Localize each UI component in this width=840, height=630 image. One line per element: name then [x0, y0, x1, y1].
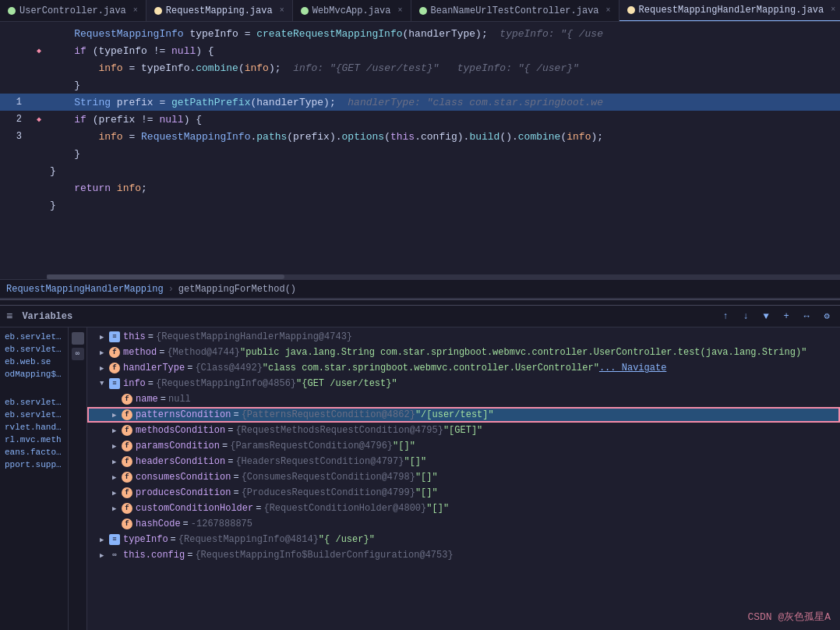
- var-row-headerscondition[interactable]: ▶ f headersCondition = {HeadersRequestCo…: [87, 454, 840, 469]
- code-line-7: 3 info = RequestMappingInfo.paths(prefix…: [0, 128, 840, 145]
- breadcrumb-class[interactable]: RequestMappingHandlerMapping: [6, 284, 164, 295]
- debug-toolbar: ≡ Variables ↑ ↓ ▼ + ↔ ⚙: [0, 306, 840, 327]
- var-row-patternscondition[interactable]: ▶ f patternsCondition = {PatternsRequest…: [87, 407, 840, 423]
- tab-requestmappinghandler[interactable]: RequestMappingHandlerMapping.java ×: [619, 0, 840, 22]
- variables-icon: ≡: [6, 310, 12, 323]
- field-icon-consumes: f: [122, 472, 132, 483]
- field-icon-produces: f: [122, 487, 132, 498]
- sidebar-item-10[interactable]: pport.support: [2, 458, 66, 471]
- debug-filter-btn[interactable]: ▼: [759, 310, 773, 324]
- code-line-8: }: [0, 145, 840, 162]
- code-line-5: 1 String prefix = getPathPrefix(handlerT…: [0, 94, 840, 111]
- code-line-1: RequestMappingInfo typeInfo = createRequ…: [0, 25, 840, 42]
- oo-icon: ∞: [109, 550, 120, 561]
- sidebar-item-2[interactable]: eb.servlet.mvc: [2, 343, 66, 356]
- tab-beannameurl[interactable]: BeanNameUrlTestController.java ×: [411, 0, 619, 22]
- field-icon-patterns: f: [122, 409, 132, 420]
- struct-icon: ≡: [109, 331, 120, 342]
- code-line-10: return info;: [0, 179, 840, 196]
- code-line-9: }: [0, 162, 840, 179]
- field-icon-headers: f: [122, 456, 132, 467]
- sidebar-item-3[interactable]: eb.web.se: [2, 356, 66, 368]
- var-row-hashcode[interactable]: f hashCode = -1267888875: [87, 516, 840, 532]
- tab-usercontroller[interactable]: UserController.java ×: [0, 0, 146, 22]
- var-row-paramscondition[interactable]: ▶ f paramsCondition = {ParamsRequestCond…: [87, 438, 840, 454]
- sidebar-item-8[interactable]: rl.mvc.meth: [2, 434, 66, 446]
- var-row-handlertype[interactable]: ▶ f handlerType = {Class@4492} "class co…: [87, 360, 840, 376]
- code-line-3: info = typeInfo.combine(info); info: "{G…: [0, 59, 840, 76]
- section-divider: [0, 299, 840, 306]
- debug-panel: ≡ Variables ↑ ↓ ▼ + ↔ ⚙ eb.servlet.mvc e…: [0, 306, 840, 630]
- sidebar-item-7[interactable]: rvlet.handler): [2, 421, 66, 434]
- var-row-methodscondition[interactable]: ▶ f methodsCondition = {RequestMethodsRe…: [87, 423, 840, 438]
- tab-requestmapping[interactable]: RequestMapping.java ×: [146, 0, 293, 22]
- tab-close-icon[interactable]: ×: [831, 5, 835, 14]
- sidebar-item-1[interactable]: eb.servlet.mvc: [2, 331, 66, 343]
- var-row-info[interactable]: ▼ ≡ info = {RequestMappingInfo@4856} "{G…: [87, 376, 840, 391]
- tab-webmvcapp[interactable]: WebMvcApp.java ×: [293, 0, 411, 22]
- code-line-4: }: [0, 76, 840, 94]
- watermark: CSDN @灰色孤星A: [747, 610, 831, 624]
- breadcrumb: RequestMappingHandlerMapping › getMappin…: [0, 279, 840, 299]
- code-line-6: 2 ◆ if (prefix != null) {: [0, 111, 840, 128]
- var-row-method[interactable]: ▶ f method = {Method@4744} "public java.…: [87, 345, 840, 360]
- navigate-link[interactable]: ... Navigate: [599, 363, 666, 373]
- debug-view-icon[interactable]: ∞: [72, 348, 84, 360]
- debug-up-btn[interactable]: ↑: [718, 310, 732, 324]
- field-icon-hashcode: f: [122, 519, 132, 529]
- var-row-producescondition[interactable]: ▶ f producesCondition = {ProducesRequest…: [87, 485, 840, 501]
- debug-settings-btn[interactable]: ⚙: [820, 310, 834, 324]
- struct-icon-typeinfo: ≡: [109, 534, 120, 545]
- tab-bar: UserController.java × RequestMapping.jav…: [0, 0, 840, 22]
- debug-add-btn[interactable]: +: [779, 310, 793, 324]
- var-row-thisconfig[interactable]: ▶ ∞ this.config = {RequestMappingInfo$Bu…: [87, 547, 840, 563]
- field-icon-methods: f: [122, 425, 132, 436]
- struct-icon-info: ≡: [109, 378, 120, 389]
- sidebar-item-4[interactable]: odMapping$$l: [2, 368, 66, 380]
- var-row-this[interactable]: ▶ ≡ this = {RequestMappingHandlerMapping…: [87, 329, 840, 345]
- var-row-consumescondition[interactable]: ▶ f consumesCondition = {ConsumesRequest…: [87, 469, 840, 485]
- code-line-2: ◆ if (typeInfo != null) {: [0, 42, 840, 59]
- variables-tree: ▶ ≡ this = {RequestMappingHandlerMapping…: [87, 327, 840, 630]
- tab-close-icon[interactable]: ×: [606, 6, 611, 15]
- var-row-name[interactable]: f name = null: [87, 391, 840, 407]
- sidebar-item-9[interactable]: eans.factory.supp: [2, 446, 66, 458]
- code-line-11: }: [0, 196, 840, 214]
- tab-close-icon[interactable]: ×: [280, 6, 284, 15]
- debug-down-btn[interactable]: ↓: [739, 310, 753, 324]
- debug-sidebar: eb.servlet.mvc eb.servlet.mvc eb.web.se …: [0, 327, 69, 630]
- debug-copy-icon[interactable]: [72, 332, 84, 345]
- field-icon-name: f: [122, 394, 132, 405]
- debug-body: eb.servlet.mvc eb.servlet.mvc eb.web.se …: [0, 327, 840, 630]
- field-icon-handlertype: f: [109, 363, 120, 373]
- field-icon-custom: f: [122, 503, 132, 514]
- var-row-customcondition[interactable]: ▶ f customConditionHolder = {RequestCond…: [87, 501, 840, 516]
- code-editor: RequestMappingInfo typeInfo = createRequ…: [0, 22, 840, 279]
- field-icon-params: f: [122, 441, 132, 451]
- var-row-typeinfo[interactable]: ▶ ≡ typeInfo = {RequestMappingInfo@4814}…: [87, 532, 840, 547]
- tab-close-icon[interactable]: ×: [398, 6, 403, 15]
- variables-title: Variables: [22, 311, 72, 322]
- sidebar-item-6[interactable]: eb.servlet.handl: [2, 409, 66, 421]
- debug-expand-btn[interactable]: ↔: [799, 310, 814, 324]
- breadcrumb-method[interactable]: getMappingForMethod(): [178, 284, 296, 295]
- field-icon-method: f: [109, 347, 120, 358]
- debug-icon-col: ∞: [69, 327, 87, 630]
- tab-close-icon[interactable]: ×: [133, 6, 138, 15]
- sidebar-item-5[interactable]: eb.servlet.handl: [2, 396, 66, 409]
